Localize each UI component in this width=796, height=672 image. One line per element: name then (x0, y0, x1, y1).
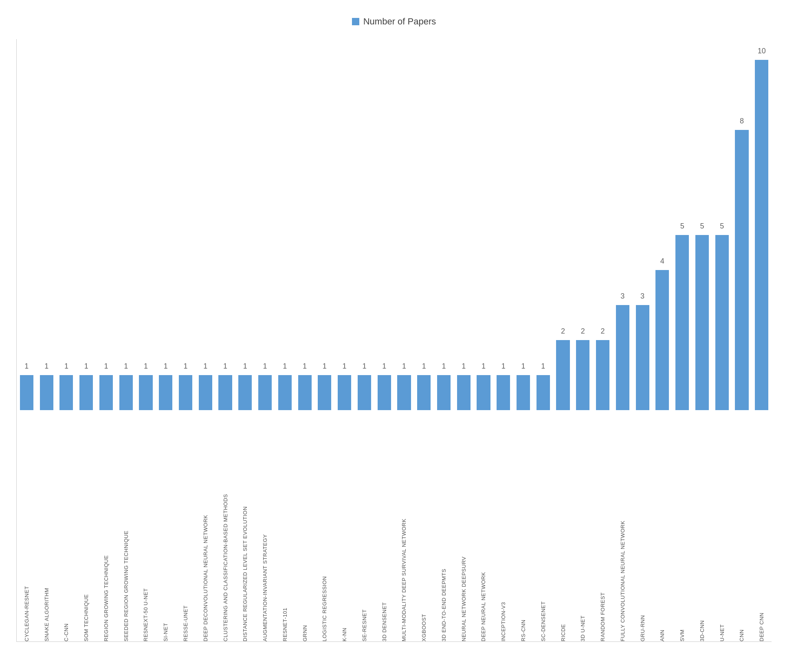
bar-label-container: K-NN (334, 413, 354, 641)
bar-label: RESNET-101 (282, 413, 288, 641)
bar-label-container: RICDE (553, 413, 573, 641)
bar: 1 (457, 375, 471, 410)
bar: 4 (655, 270, 669, 410)
chart-area: 1CYCLEGAN-RESNET1SNAKE ALGORITHM1C-CNN1S… (16, 39, 772, 642)
bar-group: 1RESSE-UNET (176, 39, 196, 641)
bar-value-label: 1 (462, 362, 466, 371)
bar: 1 (278, 375, 292, 410)
legend-color-box (352, 18, 359, 25)
bar-label: SE-RESNET (361, 413, 367, 641)
bar-value-label: 1 (44, 362, 48, 371)
bar-value-label: 4 (660, 257, 664, 266)
bar-value-label: 3 (620, 292, 624, 301)
bar: 1 (79, 375, 93, 410)
bar-value-label: 1 (521, 362, 526, 371)
bar-label-container: DISTANCE REGULARIZED LEVEL SET EVOLUTION (235, 413, 255, 641)
bar-label: GRNN (302, 413, 308, 641)
bar-label-container: SVM (672, 413, 692, 641)
bar-label-container: DEEP DECONVOLUTIONAL NEURAL NETWORK (196, 413, 215, 641)
bar-group: 3FULLY CONVOLUTIONAL NEURAL NETWORK (613, 39, 633, 641)
bar-label: DISTANCE REGULARIZED LEVEL SET EVOLUTION (242, 413, 248, 641)
bar-label: XGBOOST (421, 413, 427, 641)
bar: 1 (378, 375, 391, 410)
bar-group: 23D U-NET (573, 39, 593, 641)
bar-value-label: 1 (164, 362, 168, 371)
bar: 5 (695, 235, 709, 410)
bar-label: U-NET (719, 413, 725, 641)
bar: 1 (199, 375, 212, 410)
bar: 1 (179, 375, 192, 410)
bar-label: MULTI-MODALITY DEEP SURVIVAL NETWORK (401, 413, 407, 641)
bar-group: 13D END-TO-END DEEPMTS (434, 39, 454, 641)
bar-label: SI-NET (163, 413, 169, 641)
bar-label-container: RESSE-UNET (176, 413, 196, 641)
bar-label: RANDOM FOREST (600, 413, 606, 641)
bar-label-container: DEEP CNN (752, 413, 772, 641)
bar-group: 5SVM (672, 39, 692, 641)
bar-value-label: 1 (64, 362, 68, 371)
bar-label-container: DEEP NEURAL NETWORK (474, 413, 494, 641)
bar: 8 (735, 130, 748, 410)
bar-group: 1GRNN (295, 39, 315, 641)
bar-group: 1DISTANCE REGULARIZED LEVEL SET EVOLUTIO… (235, 39, 255, 641)
bar-label: LOGISTIC REGRESSION (321, 413, 328, 641)
bar-label-container: INCEPTION-V3 (493, 413, 513, 641)
bar: 1 (417, 375, 431, 410)
bar-group: 8CNN (732, 39, 752, 641)
bar-label: RICDE (560, 413, 566, 641)
bar-label-container: SE-RESNET (354, 413, 374, 641)
bar-label-container: RESNET-101 (275, 413, 295, 641)
bar-label-container: CLUSTERING AND CLASSIFICATION-BASED METH… (215, 413, 235, 641)
bar: 3 (616, 305, 629, 410)
bar-group: 2RICDE (553, 39, 573, 641)
bar: 1 (159, 375, 172, 410)
bar-label: 3D END-TO-END DEEPMTS (441, 413, 447, 641)
bar-value-label: 1 (442, 362, 446, 371)
bar-label: CLUSTERING AND CLASSIFICATION-BASED METH… (222, 413, 229, 641)
bar-label: SC-DENSENET (540, 413, 546, 641)
bar-label: DEEP NEURAL NETWORK (480, 413, 486, 641)
bar-label-container: AUGMENTATION-INVARIANT STRATEGY (255, 413, 275, 641)
bar: 3 (636, 305, 649, 410)
bar-value-label: 1 (84, 362, 88, 371)
bar-label-container: LOGISTIC REGRESSION (314, 413, 334, 641)
bar-label: REGION GROWING TECHNIQUE (103, 413, 109, 641)
bar-value-label: 2 (601, 327, 605, 336)
bar-value-label: 3 (640, 292, 644, 301)
chart-container: Number of Papers 1CYCLEGAN-RESNET1SNAKE … (0, 0, 796, 672)
bar: 1 (40, 375, 53, 410)
bar-label-container: RANDOM FOREST (593, 413, 613, 641)
bar-value-label: 1 (541, 362, 545, 371)
bar-group: 1K-NN (334, 39, 354, 641)
bar-label-container: 3D END-TO-END DEEPMTS (434, 413, 454, 641)
bar-value-label: 1 (501, 362, 506, 371)
bar-label: 3D DENSENET (381, 413, 387, 641)
bar-group: 1MULTI-MODALITY DEEP SURVIVAL NETWORK (394, 39, 414, 641)
bar-label-container: RS-CNN (513, 413, 533, 641)
bar-label: DEEP CNN (759, 413, 765, 641)
bar-label: CNN (739, 413, 745, 641)
bar-group: 1RESNET-101 (275, 39, 295, 641)
bar: 1 (298, 375, 312, 410)
bar: 1 (358, 375, 371, 410)
bar: 1 (517, 375, 530, 410)
bar-group: 1XGBOOST (414, 39, 434, 641)
bar-label: FULLY CONVOLUTIONAL NEURAL NETWORK (620, 413, 626, 641)
bar-label: INCEPTION-V3 (500, 413, 506, 641)
bar-label: AUGMENTATION-INVARIANT STRATEGY (262, 413, 268, 641)
bar-value-label: 2 (581, 327, 585, 336)
bar-label: 3D-CNN (699, 413, 705, 641)
bar-value-label: 1 (144, 362, 148, 371)
bar-group: 5U-NET (712, 39, 732, 641)
bar-group: 1LOGISTIC REGRESSION (314, 39, 334, 641)
bar-label-container: ANN (653, 413, 673, 641)
bar: 1 (258, 375, 272, 410)
bar-group: 1DEEP NEURAL NETWORK (474, 39, 494, 641)
bar-group: 4ANN (653, 39, 673, 641)
bar-group: 13D DENSENET (374, 39, 394, 641)
bar-group: 1SEEDED REGION GROWING TECHNIQUE (116, 39, 136, 641)
bar-value-label: 1 (24, 362, 29, 371)
bar-label: CYCLEGAN-RESNET (24, 413, 30, 641)
legend: Number of Papers (16, 16, 772, 27)
bar-value-label: 1 (382, 362, 386, 371)
